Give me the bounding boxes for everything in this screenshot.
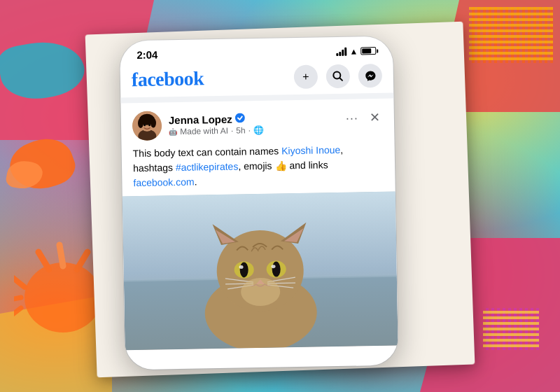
search-button[interactable] <box>326 64 351 89</box>
post-container: Jenna Lopez 🤖 Made with AI · 5h <box>120 93 398 351</box>
messenger-icon <box>364 70 376 82</box>
close-post-button[interactable]: ✕ <box>367 107 384 128</box>
search-icon <box>332 71 344 82</box>
post-hashtag[interactable]: #actlikepirates <box>176 161 239 174</box>
post-time: 5h <box>236 125 246 135</box>
svg-line-11 <box>340 78 342 80</box>
phone-mockup: 2:04 ▲ facebook + <box>120 36 398 370</box>
ai-label: 🤖 <box>169 128 177 136</box>
post-header: Jenna Lopez 🤖 Made with AI · 5h <box>121 102 395 147</box>
add-button[interactable]: + <box>294 65 318 90</box>
header-icons: + <box>294 64 383 89</box>
svg-line-9 <box>77 252 88 270</box>
post-controls: ··· ✕ <box>343 107 384 129</box>
post-image <box>122 192 398 351</box>
post-username: Jenna Lopez <box>169 113 232 127</box>
cat-image <box>122 192 398 351</box>
avatar-image <box>132 111 162 141</box>
status-icons: ▲ <box>336 46 376 57</box>
battery-icon <box>360 47 376 55</box>
post-name-row: Jenna Lopez <box>169 113 264 126</box>
pixel-decoration-bl <box>483 308 539 350</box>
post-meta: Jenna Lopez 🤖 Made with AI · 5h <box>169 113 264 136</box>
verified-badge <box>235 113 245 125</box>
post-body-text: This body text can contain names Kiyoshi… <box>122 142 396 197</box>
facebook-logo: facebook <box>132 67 204 91</box>
post-text-mid2: , emojis 👍 and links <box>238 159 328 172</box>
post-link-url[interactable]: facebook.com <box>133 176 194 189</box>
status-time: 2:04 <box>136 48 158 61</box>
wifi-icon: ▲ <box>349 46 358 56</box>
svg-point-20 <box>235 113 245 122</box>
svg-line-7 <box>38 252 49 270</box>
svg-line-8 <box>59 245 63 266</box>
avatar <box>132 111 162 141</box>
svg-line-1 <box>14 273 24 287</box>
svg-point-0 <box>24 262 102 332</box>
pixel-decoration-tr <box>469 7 553 63</box>
svg-line-3 <box>14 308 21 318</box>
post-subinfo: 🤖 Made with AI · 5h · 🌐 <box>169 125 264 136</box>
messenger-button[interactable] <box>358 64 383 88</box>
separator-dot: · <box>231 126 234 136</box>
svg-line-2 <box>14 298 21 301</box>
facebook-header: facebook + <box>120 61 394 98</box>
globe-icon: 🌐 <box>253 125 264 135</box>
post-text-after: . <box>194 176 197 188</box>
signal-icon <box>336 47 346 55</box>
add-icon: + <box>302 71 309 83</box>
post-link-name[interactable]: Kiyoshi Inoue <box>281 144 340 156</box>
made-with-ai-text: Made with AI <box>180 126 228 136</box>
post-text-before: This body text can contain names <box>133 145 282 159</box>
more-options-button[interactable]: ··· <box>343 108 361 127</box>
separator-dot-2: · <box>248 125 251 135</box>
post-user-info: Jenna Lopez 🤖 Made with AI · 5h <box>132 109 264 141</box>
